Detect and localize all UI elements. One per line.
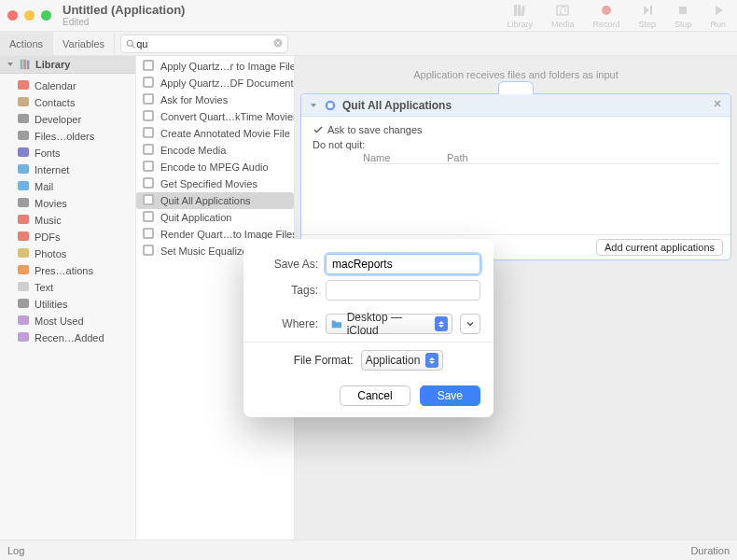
search-input[interactable] (136, 38, 272, 49)
svg-rect-29 (18, 332, 29, 342)
save-as-input[interactable] (326, 254, 480, 274)
tab-variables[interactable]: Variables (53, 32, 115, 55)
tags-input[interactable] (326, 280, 480, 301)
library-item[interactable]: Photos (0, 245, 135, 262)
library-item[interactable]: Internet (0, 161, 135, 178)
tags-label: Tags: (257, 284, 318, 297)
library-item[interactable]: Fonts (0, 145, 135, 161)
library-item-label: Calendar (35, 80, 76, 91)
library-item-label: Movies (35, 198, 67, 209)
action-item-label: Get Specified Movies (160, 178, 257, 189)
svg-rect-45 (145, 179, 152, 187)
toolbar-library-button[interactable]: Library (503, 3, 536, 29)
action-icon (142, 210, 155, 225)
toolbar-stop-button[interactable]: Stop (671, 3, 696, 29)
toolbar-run-button[interactable]: Run (706, 3, 730, 29)
action-item[interactable]: Get Specified Movies (136, 175, 294, 192)
automator-action-icon (324, 99, 337, 112)
search-field[interactable] (120, 35, 288, 53)
library-item-label: Music (35, 215, 62, 226)
action-item[interactable]: Quit Application (136, 209, 294, 226)
library-item[interactable]: Contacts (0, 94, 135, 111)
category-icon (17, 330, 30, 345)
action-icon (142, 160, 155, 175)
action-item-label: Apply Quartz…r to Image Files (160, 61, 294, 72)
action-item-label: Create Annotated Movie File (160, 128, 290, 139)
action-item-label: Apply Quartz…DF Documents (160, 77, 294, 89)
col-name[interactable]: Name (363, 152, 447, 163)
svg-rect-49 (145, 213, 152, 220)
category-icon (17, 162, 30, 177)
library-item-label: Most Used (35, 315, 84, 327)
library-item[interactable]: Mail (0, 178, 135, 195)
cancel-button[interactable]: Cancel (340, 385, 410, 406)
library-item[interactable]: PDFs (0, 229, 135, 245)
action-item-label: Encode to MPEG Audio (160, 161, 269, 173)
chevron-down-icon (466, 319, 475, 329)
library-item-label: Utilities (35, 299, 67, 310)
where-label: Where: (257, 317, 318, 330)
category-icon (17, 213, 30, 228)
ask-to-save-checkbox[interactable] (313, 124, 324, 135)
action-item[interactable]: Ask for Movies (136, 91, 294, 108)
action-icon (142, 76, 155, 91)
svg-rect-22 (18, 215, 29, 224)
toolbar-step-button[interactable]: Step (634, 3, 660, 29)
tab-actions[interactable]: Actions (0, 32, 53, 55)
library-header[interactable]: Library (0, 56, 135, 74)
library-header-label: Library (35, 59, 70, 70)
zoom-window-button[interactable] (41, 10, 51, 21)
category-icon (17, 246, 30, 261)
library-item[interactable]: Pres…ations (0, 262, 135, 279)
col-path[interactable]: Path (447, 152, 468, 163)
action-item[interactable]: Create Annotated Movie File (136, 125, 294, 142)
play-icon (711, 3, 726, 18)
action-item[interactable]: Quit All Applications (136, 192, 294, 209)
library-item[interactable]: Files…olders (0, 128, 135, 145)
svg-rect-1 (518, 5, 521, 16)
save-button[interactable]: Save (420, 385, 480, 406)
disclosure-open-icon (6, 60, 15, 69)
action-item[interactable]: Apply Quartz…DF Documents (136, 75, 294, 91)
action-item[interactable]: Encode Media (136, 142, 294, 159)
where-popup[interactable]: Desktop — iCloud (326, 314, 452, 334)
library-item-label: Files…olders (35, 131, 94, 142)
library-item[interactable]: Developer (0, 111, 135, 128)
svg-point-8 (127, 40, 132, 46)
popup-arrows-icon (425, 353, 438, 368)
library-item[interactable]: Music (0, 212, 135, 229)
svg-rect-6 (650, 6, 652, 15)
svg-rect-31 (145, 62, 152, 69)
expand-save-panel-button[interactable] (460, 314, 480, 334)
library-item[interactable]: Movies (0, 195, 135, 212)
action-icon (142, 227, 155, 242)
action-title: Quit All Applications (342, 99, 452, 112)
toolbar-record-button[interactable]: Record (589, 3, 623, 29)
action-item[interactable]: Convert Quart…kTime Movies (136, 108, 294, 125)
add-current-applications-button[interactable]: Add current applications (596, 239, 723, 256)
library-item[interactable]: Most Used (0, 313, 135, 329)
category-icon (17, 179, 30, 194)
action-header[interactable]: Quit All Applications (301, 94, 730, 117)
close-action-icon[interactable] (712, 98, 723, 112)
action-item[interactable]: Encode to MPEG Audio (136, 159, 294, 175)
file-format-popup[interactable]: Application (361, 350, 444, 371)
library-item[interactable]: Recen…Added (0, 329, 135, 346)
library-icon (19, 58, 32, 71)
library-item[interactable]: Utilities (0, 296, 135, 313)
library-item[interactable]: Calendar (0, 77, 135, 94)
library-item-label: Developer (35, 114, 81, 125)
svg-rect-33 (145, 78, 152, 86)
action-item-label: Convert Quart…kTime Movies (160, 111, 294, 122)
category-icon (17, 314, 30, 329)
close-window-button[interactable] (7, 10, 18, 21)
action-item[interactable]: Apply Quartz…r to Image Files (136, 58, 294, 75)
minimize-window-button[interactable] (24, 10, 35, 21)
library-item-label: Photos (35, 248, 66, 259)
do-not-quit-table[interactable]: Name Path (363, 152, 719, 164)
svg-rect-19 (18, 164, 29, 174)
library-item[interactable]: Text (0, 279, 135, 296)
toolbar-media-button[interactable]: Media (548, 3, 578, 29)
svg-rect-21 (18, 198, 29, 207)
search-clear-icon[interactable] (272, 37, 284, 51)
